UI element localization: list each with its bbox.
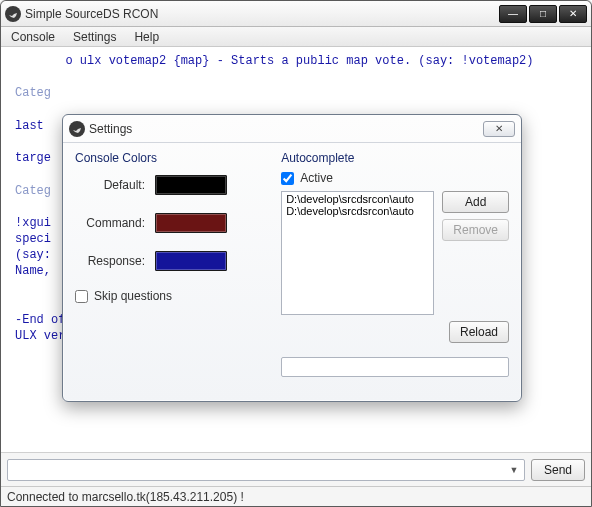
command-color-swatch[interactable] xyxy=(155,213,227,233)
menu-help[interactable]: Help xyxy=(130,28,163,46)
active-checkbox[interactable]: Active xyxy=(281,171,509,185)
command-bar: ▼ Send xyxy=(1,452,591,486)
close-button[interactable]: ✕ xyxy=(559,5,587,23)
skip-questions-checkbox[interactable]: Skip questions xyxy=(75,289,273,303)
dialog-title: Settings xyxy=(89,122,483,136)
autocomplete-list[interactable]: D:\develop\srcdsrcon\auto D:\develop\src… xyxy=(281,191,434,315)
reload-button[interactable]: Reload xyxy=(449,321,509,343)
dialog-close-button[interactable]: ✕ xyxy=(483,121,515,137)
status-bar: Connected to marcsello.tk(185.43.211.205… xyxy=(1,486,591,506)
maximize-button[interactable]: □ xyxy=(529,5,557,23)
console-colors-group: Console Colors Default: Command: Respons… xyxy=(75,151,273,389)
command-color-label: Command: xyxy=(75,216,145,230)
command-input[interactable]: ▼ xyxy=(7,459,525,481)
status-text: Connected to marcsello.tk(185.43.211.205… xyxy=(7,490,244,504)
skip-questions-input[interactable] xyxy=(75,290,88,303)
titlebar[interactable]: Simple SourceDS RCON — □ ✕ xyxy=(1,1,591,27)
menubar: Console Settings Help xyxy=(1,27,591,47)
response-color-swatch[interactable] xyxy=(155,251,227,271)
autocomplete-path-input[interactable] xyxy=(281,357,509,377)
dialog-titlebar[interactable]: Settings ✕ xyxy=(63,115,521,143)
autocomplete-group: Autocomplete Active D:\develop\srcdsrcon… xyxy=(281,151,509,389)
menu-console[interactable]: Console xyxy=(7,28,59,46)
send-button[interactable]: Send xyxy=(531,459,585,481)
svg-point-0 xyxy=(5,6,21,22)
add-button[interactable]: Add xyxy=(442,191,509,213)
active-input[interactable] xyxy=(281,172,294,185)
dialog-icon xyxy=(69,121,85,137)
remove-button[interactable]: Remove xyxy=(442,219,509,241)
list-item[interactable]: D:\develop\srcdsrcon\auto xyxy=(282,205,433,217)
response-color-label: Response: xyxy=(75,254,145,268)
settings-dialog: Settings ✕ Console Colors Default: Comma… xyxy=(62,114,522,402)
app-icon xyxy=(5,6,21,22)
default-color-swatch[interactable] xyxy=(155,175,227,195)
default-color-label: Default: xyxy=(75,178,145,192)
console-colors-label: Console Colors xyxy=(75,151,273,165)
list-item[interactable]: D:\develop\srcdsrcon\auto xyxy=(282,193,433,205)
autocomplete-label: Autocomplete xyxy=(281,151,509,165)
svg-point-1 xyxy=(69,121,85,137)
dropdown-icon[interactable]: ▼ xyxy=(506,462,522,478)
minimize-button[interactable]: — xyxy=(499,5,527,23)
menu-settings[interactable]: Settings xyxy=(69,28,120,46)
window-title: Simple SourceDS RCON xyxy=(25,7,497,21)
